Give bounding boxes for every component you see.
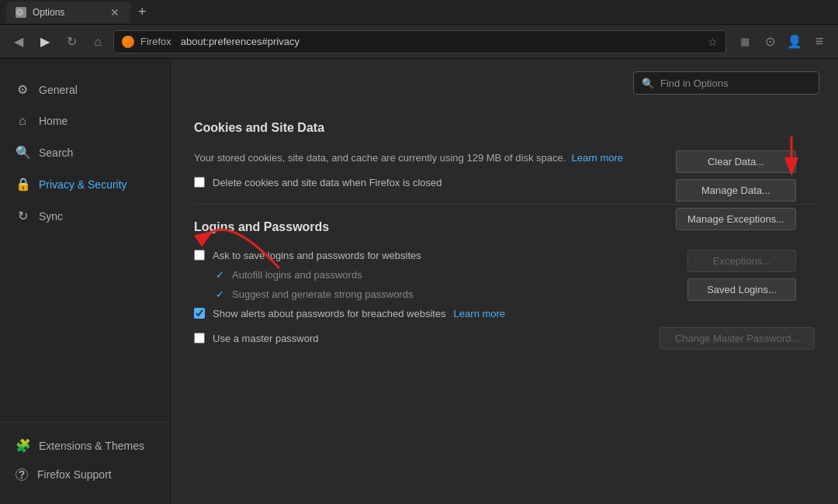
cookies-buttons-col: Clear Data... Manage Data... Manage Exce…	[676, 150, 796, 230]
address-brand: Firefox	[140, 36, 171, 47]
saved-logins-button[interactable]: Saved Logins...	[687, 278, 796, 301]
extensions-icon: 🧩	[16, 438, 29, 453]
sidebar-label-general: General	[39, 84, 78, 96]
new-tab-button[interactable]: +	[133, 4, 151, 20]
cookies-section: Cookies and Site Data Your stored cookie…	[194, 121, 815, 188]
master-password-checkbox[interactable]	[194, 333, 205, 343]
find-search-icon: 🔍	[642, 78, 654, 89]
breach-alerts-learn-more-link[interactable]: Learn more	[454, 308, 505, 319]
library-button[interactable]: ▦	[734, 31, 756, 53]
reload-button[interactable]: ↻	[61, 31, 82, 53]
sidebar-label-privacy: Privacy & Security	[39, 178, 127, 191]
cookies-section-title: Cookies and Site Data	[194, 121, 815, 140]
autofill-checkmark-icon: ✓	[216, 269, 224, 281]
back-button[interactable]: ◀	[8, 31, 29, 53]
sidebar-item-support[interactable]: ? Firefox Support	[0, 461, 170, 488]
find-in-options-bar[interactable]: 🔍	[633, 71, 819, 95]
main-layout: ⚙ General ⌂ Home 🔍 Search 🔒 Privacy & Se…	[0, 59, 838, 504]
cookies-section-body: Your stored cookies, site data, and cach…	[194, 150, 815, 188]
general-icon: ⚙	[16, 82, 29, 97]
logins-buttons-col: Exceptions... Saved Logins...	[687, 250, 796, 301]
sidebar-item-general[interactable]: ⚙ General	[0, 74, 170, 105]
suggest-checkmark-icon: ✓	[216, 288, 224, 300]
support-icon: ?	[16, 468, 28, 481]
sync-nav-icon: ↻	[16, 209, 29, 223]
master-password-checkbox-row: Use a master password Change Master Pass…	[194, 327, 815, 350]
save-logins-checkbox[interactable]	[194, 250, 205, 261]
sidebar-item-privacy[interactable]: 🔒 Privacy & Security	[0, 169, 170, 199]
suggest-passwords-label: Suggest and generate strong passwords	[232, 288, 413, 300]
delete-cookies-label: Delete cookies and site data when Firefo…	[213, 177, 442, 188]
cookies-desc-text: Your stored cookies, site data, and cach…	[194, 152, 566, 164]
home-button[interactable]: ⌂	[87, 31, 109, 53]
cookies-learn-more-link[interactable]: Learn more	[572, 152, 623, 164]
menu-button[interactable]: ≡	[809, 31, 830, 53]
exceptions-button: Exceptions...	[687, 250, 796, 272]
change-master-password-button: Change Master Password...	[660, 327, 815, 350]
sidebar-bottom: 🧩 Extensions & Themes ? Firefox Support	[0, 422, 170, 488]
delete-cookies-checkbox[interactable]	[194, 177, 205, 188]
options-tab[interactable]: ⚙ Options ✕	[6, 2, 130, 23]
sidebar-item-extensions[interactable]: 🧩 Extensions & Themes	[0, 430, 170, 461]
logins-section-body: Exceptions... Saved Logins... Ask to sav…	[194, 250, 815, 350]
tab-area: ⚙ Options ✕ +	[6, 0, 151, 24]
sidebar-label-support: Firefox Support	[37, 468, 112, 481]
clear-data-button[interactable]: Clear Data...	[676, 150, 796, 173]
sidebar-item-search[interactable]: 🔍 Search	[0, 137, 170, 167]
find-in-options-input[interactable]	[660, 78, 811, 89]
nav-bar: ◀ ▶ ↻ ⌂ Firefox about:preferences#privac…	[0, 25, 838, 59]
privacy-icon: 🔒	[16, 177, 29, 192]
sidebar-item-home[interactable]: ⌂ Home	[0, 106, 170, 136]
master-password-label: Use a master password	[213, 333, 319, 344]
breach-alerts-checkbox[interactable]	[194, 308, 205, 319]
nav-right-icons: ▦ ⊙ 👤 ≡	[734, 31, 830, 53]
autofill-label: Autofill logins and passwords	[232, 269, 362, 281]
forward-button[interactable]: ▶	[34, 31, 56, 53]
sidebar-label-extensions: Extensions & Themes	[39, 440, 144, 452]
breach-alerts-checkbox-row: Show alerts about passwords for breached…	[194, 308, 815, 319]
tab-close-button[interactable]: ✕	[109, 5, 121, 20]
search-nav-icon: 🔍	[16, 145, 29, 160]
account-button[interactable]: 👤	[784, 31, 805, 53]
address-url: about:preferences#privacy	[181, 36, 701, 47]
home-icon: ⌂	[16, 114, 29, 128]
bookmark-star-icon[interactable]: ☆	[708, 36, 718, 48]
manage-exceptions-button[interactable]: Manage Exceptions...	[676, 208, 796, 230]
sync-button[interactable]: ⊙	[759, 31, 781, 53]
breach-alerts-label: Show alerts about passwords for breached…	[213, 308, 446, 319]
manage-data-button[interactable]: Manage Data...	[676, 179, 796, 202]
content-area: 🔍	[171, 59, 838, 504]
tab-label: Options	[33, 7, 64, 18]
logins-section: Logins and Passwords Exceptions... Saved…	[194, 220, 815, 350]
firefox-logo-icon	[122, 36, 134, 48]
sidebar-label-sync: Sync	[39, 210, 63, 223]
save-logins-label: Ask to save logins and passwords for web…	[213, 250, 421, 261]
address-bar[interactable]: Firefox about:preferences#privacy ☆	[113, 30, 726, 54]
sidebar-item-sync[interactable]: ↻ Sync	[0, 201, 170, 231]
tab-favicon: ⚙	[16, 7, 26, 18]
sidebar: ⚙ General ⌂ Home 🔍 Search 🔒 Privacy & Se…	[0, 59, 171, 504]
sidebar-label-search: Search	[39, 147, 73, 159]
title-bar: ⚙ Options ✕ +	[0, 0, 838, 25]
sidebar-label-home: Home	[39, 115, 68, 127]
